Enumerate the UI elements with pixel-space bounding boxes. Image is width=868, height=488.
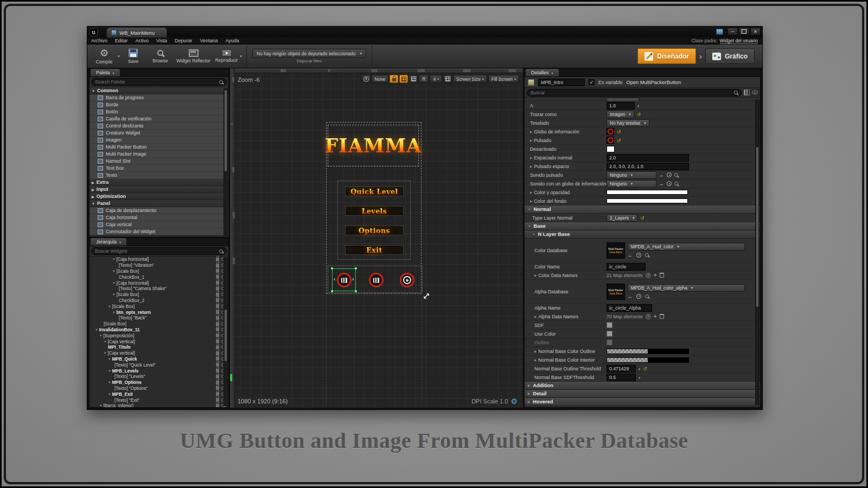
- lock-icon[interactable]: [216, 287, 219, 291]
- parent-class-link[interactable]: Widget del usuario: [720, 38, 758, 44]
- tree-row[interactable]: CheckBox_2: [90, 298, 228, 304]
- color-name-input[interactable]: [607, 263, 646, 271]
- use-color-checkbox[interactable]: [607, 331, 612, 337]
- expander-icon[interactable]: ▼: [112, 281, 115, 285]
- section-normal[interactable]: ▼Normal: [525, 206, 760, 214]
- lock-icon[interactable]: [216, 369, 219, 373]
- palette-search-input[interactable]: [95, 79, 217, 85]
- graph-mode-button[interactable]: Gráfico: [705, 48, 755, 64]
- menu-archivo[interactable]: Archivo: [87, 38, 111, 43]
- expand-icon[interactable]: ▶: [534, 358, 537, 362]
- reset-to-default-icon[interactable]: [640, 215, 644, 221]
- lock-icon[interactable]: [216, 398, 219, 402]
- lock-icon[interactable]: [216, 363, 219, 367]
- property-matrix-icon[interactable]: [744, 89, 750, 95]
- open-multipacker-button[interactable]: Open MultiPackerButton: [627, 80, 681, 85]
- hierarchy-scrollbar[interactable]: [224, 258, 228, 406]
- palette-item-button[interactable]: Botón: [90, 108, 228, 115]
- maximize-button[interactable]: [739, 28, 749, 35]
- tree-row[interactable]: ▼[Caja horizontal]: [90, 280, 228, 286]
- menu-ventana[interactable]: Ventana: [196, 38, 221, 43]
- section-n-layer-base[interactable]: ▼N Layer Base: [525, 230, 760, 239]
- details-search-input[interactable]: [531, 90, 732, 95]
- alpha-database-dropdown[interactable]: MPDB_A_Hud_color_alpha: [628, 284, 745, 292]
- palette-item-named-slot[interactable]: Named Slot: [90, 158, 228, 165]
- reset-to-default-icon[interactable]: [637, 111, 641, 117]
- selection-handle[interactable]: [331, 267, 333, 269]
- play-button[interactable]: Reproducir: [213, 46, 240, 67]
- tree-row[interactable]: ▼[Caja horizontal]: [90, 256, 228, 262]
- expander-icon[interactable]: ▼: [99, 404, 102, 407]
- outline-checkbox[interactable]: [607, 339, 612, 345]
- expand-icon[interactable]: ▶: [534, 350, 537, 353]
- lock-icon[interactable]: [216, 269, 219, 273]
- palette-item-widget-switcher[interactable]: Conmutador del Widget: [90, 228, 228, 235]
- grid-size-button[interactable]: 4: [430, 75, 442, 83]
- selection-handle[interactable]: [331, 290, 333, 292]
- tree-row[interactable]: CheckBox_1: [90, 274, 228, 280]
- color-alpha-bar[interactable]: [607, 349, 689, 354]
- menu-editar[interactable]: Editar: [111, 38, 132, 43]
- spinner-caret-icon[interactable]: [637, 102, 639, 108]
- hierarchy-tab[interactable]: Jerarquía: [91, 238, 126, 246]
- expand-icon[interactable]: ▶: [530, 165, 532, 168]
- tiling-dropdown[interactable]: No hay teselas: [607, 119, 649, 127]
- tree-row[interactable]: [Texto] "Vibration": [90, 262, 228, 268]
- browse-button[interactable]: Browse: [147, 46, 174, 67]
- color-swatch-red[interactable]: [607, 128, 614, 135]
- fill-screen-dropdown[interactable]: Fill Screen: [488, 75, 519, 83]
- delete-icon[interactable]: [660, 314, 664, 319]
- tree-row[interactable]: [Texto] "Camera Shake": [90, 286, 228, 292]
- palette-group-input[interactable]: Input: [90, 186, 228, 193]
- tree-row[interactable]: [Texto] "Options": [90, 386, 228, 391]
- browse-to-asset-icon[interactable]: [667, 181, 672, 186]
- lock-icon[interactable]: [216, 404, 219, 408]
- pressed-sound-dropdown[interactable]: Ninguno: [607, 171, 656, 179]
- reset-to-default-icon[interactable]: [643, 365, 647, 371]
- outline-mode-button[interactable]: [362, 75, 371, 83]
- use-selected-icon[interactable]: [659, 181, 664, 187]
- multipacker-button-2[interactable]: [369, 273, 384, 287]
- scrollbar-thumb[interactable]: [225, 310, 227, 361]
- section-addition[interactable]: ▶Addition: [525, 382, 760, 390]
- search-icon[interactable]: [674, 182, 678, 185]
- designer-mode-button[interactable]: Diseñador: [637, 48, 696, 64]
- palette-item-creature-widget[interactable]: Creature Widget: [90, 130, 228, 137]
- expand-icon[interactable]: ▶: [530, 139, 532, 142]
- lock-icon[interactable]: [216, 310, 219, 314]
- palette-item-horizontal-box[interactable]: Caja horizontal: [90, 214, 228, 221]
- details-scrollbar[interactable]: [755, 100, 760, 405]
- widget-name-input[interactable]: [538, 79, 585, 86]
- expander-icon[interactable]: ▼: [108, 393, 111, 396]
- color-bar[interactable]: [607, 198, 688, 203]
- palette-group-extra[interactable]: Extra: [90, 179, 228, 186]
- tree-row[interactable]: [Texto] "Back": [90, 315, 228, 321]
- compile-button[interactable]: Compile: [91, 46, 118, 67]
- tree-row[interactable]: ▼MPB_Options: [90, 380, 228, 386]
- search-icon[interactable]: [645, 294, 649, 298]
- lock-icon[interactable]: [216, 322, 219, 326]
- type-layer-dropdown[interactable]: 2_Layers: [607, 214, 637, 222]
- sdf-threshold-input[interactable]: [607, 374, 636, 381]
- menu-activo[interactable]: Activo: [132, 38, 153, 43]
- tree-row[interactable]: ▼[Scale Box]: [90, 303, 228, 309]
- tree-row[interactable]: MPI_Titulo: [90, 344, 228, 350]
- none-button[interactable]: None: [372, 75, 389, 83]
- tree-row[interactable]: [Scale Box]: [90, 321, 228, 327]
- tree-row[interactable]: [Texto] "Quick Level": [90, 362, 228, 368]
- alpha-name-input[interactable]: [607, 304, 652, 312]
- menu-vista[interactable]: Vista: [152, 38, 171, 43]
- expander-icon[interactable]: ▼: [104, 351, 106, 355]
- is-variable-checkbox[interactable]: [589, 79, 595, 85]
- debug-object-dropdown[interactable]: No hay ningún objeto de depurado selecci…: [252, 49, 366, 58]
- lock-icon[interactable]: [216, 264, 219, 267]
- asset-tab[interactable]: WB_MainMenu: [106, 27, 167, 37]
- multipacker-database-thumbnail[interactable]: Multi PackerData Base: [607, 284, 625, 300]
- levels-button[interactable]: Levels: [345, 206, 404, 216]
- expand-icon[interactable]: ▶: [534, 274, 537, 277]
- widget-reflector-button[interactable]: Widget Reflector: [174, 46, 213, 67]
- color-swatch-white[interactable]: [607, 146, 615, 152]
- palette-tab[interactable]: Paleta: [91, 69, 120, 76]
- options-button[interactable]: Options: [345, 226, 404, 235]
- lock-icon[interactable]: [216, 281, 219, 285]
